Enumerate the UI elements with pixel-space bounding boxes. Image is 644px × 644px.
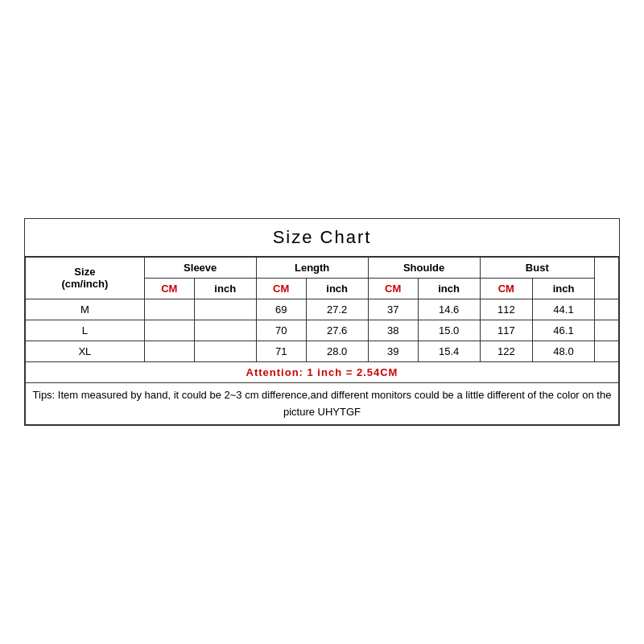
- table-cell: L: [26, 320, 145, 341]
- table-cell: [144, 320, 194, 341]
- table-footer: Attention: 1 inch = 2.54CM Tips: Item me…: [26, 361, 619, 425]
- sleeve-header: Sleeve: [144, 257, 256, 278]
- table-row: M6927.23714.611244.1: [26, 299, 619, 320]
- table-cell: 37: [368, 299, 418, 320]
- table-cell: [194, 341, 256, 361]
- table-cell: 46.1: [533, 320, 595, 341]
- table-cell: [595, 299, 619, 320]
- table-cell: 27.6: [306, 320, 368, 341]
- table-body: M6927.23714.611244.1L7027.63815.011746.1…: [26, 299, 619, 361]
- sleeve-cm-header: CM: [144, 278, 194, 299]
- bust-header: Bust: [480, 257, 594, 278]
- tips-cell: Tips: Item measured by hand, it could be…: [26, 382, 619, 425]
- size-chart-wrapper: Size Chart Size (cm/inch) Sleeve Length …: [24, 218, 620, 427]
- table-cell: 122: [480, 341, 532, 361]
- table-cell: 71: [256, 341, 306, 361]
- table-header-main: Size (cm/inch) Sleeve Length Shoulde Bus…: [26, 257, 619, 278]
- length-cm-header: CM: [256, 278, 306, 299]
- table-cell: [194, 299, 256, 320]
- attention-cell: Attention: 1 inch = 2.54CM: [26, 361, 619, 382]
- table-cell: 44.1: [533, 299, 595, 320]
- shoulde-header: Shoulde: [368, 257, 480, 278]
- table-cell: 15.4: [418, 341, 480, 361]
- table-cell: 117: [480, 320, 532, 341]
- length-inch-header: inch: [306, 278, 368, 299]
- bust-inch-header: inch: [533, 278, 595, 299]
- table-row: XL7128.03915.412248.0: [26, 341, 619, 361]
- table-cell: 48.0: [533, 341, 595, 361]
- table-cell: 70: [256, 320, 306, 341]
- page-container: Size Chart Size (cm/inch) Sleeve Length …: [0, 0, 644, 644]
- table-cell: 39: [368, 341, 418, 361]
- table-cell: 27.2: [306, 299, 368, 320]
- table-cell: 15.0: [418, 320, 480, 341]
- table-row: L7027.63815.011746.1: [26, 320, 619, 341]
- sleeve-inch-header: inch: [194, 278, 256, 299]
- extra-header: [595, 257, 619, 299]
- chart-title: Size Chart: [25, 219, 619, 257]
- table-cell: [144, 299, 194, 320]
- table-cell: M: [26, 299, 145, 320]
- table-cell: [595, 320, 619, 341]
- table-cell: XL: [26, 341, 145, 361]
- tips-row: Tips: Item measured by hand, it could be…: [26, 382, 619, 425]
- shoulde-inch-header: inch: [418, 278, 480, 299]
- size-table: Size (cm/inch) Sleeve Length Shoulde Bus…: [25, 257, 619, 426]
- table-cell: [144, 341, 194, 361]
- attention-row: Attention: 1 inch = 2.54CM: [26, 361, 619, 382]
- table-cell: [194, 320, 256, 341]
- table-cell: 38: [368, 320, 418, 341]
- shoulde-cm-header: CM: [368, 278, 418, 299]
- table-cell: [595, 341, 619, 361]
- table-cell: 28.0: [306, 341, 368, 361]
- bust-cm-header: CM: [480, 278, 532, 299]
- table-cell: 112: [480, 299, 532, 320]
- table-cell: 14.6: [418, 299, 480, 320]
- table-cell: 69: [256, 299, 306, 320]
- size-header: Size (cm/inch): [26, 257, 145, 299]
- length-header: Length: [256, 257, 368, 278]
